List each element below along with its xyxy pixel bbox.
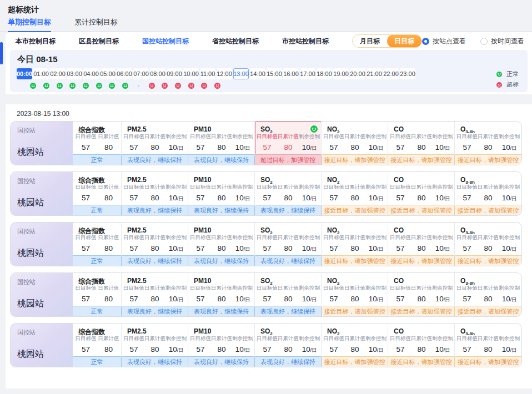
metric-cell-header: 剩余控制 [499, 234, 520, 241]
hour-status-cell [211, 82, 224, 89]
status-bar: 表现良好，继续保持 [122, 154, 188, 165]
time-slot[interactable]: 06:00 [117, 68, 132, 79]
metric-cell-value: 10/日 [232, 295, 253, 304]
metric-cell-header: 日累计值 [144, 234, 165, 241]
metric-cell-header: 剩余控制 [365, 184, 387, 191]
metric-cell-header: 日累计值 [411, 133, 432, 140]
metric-name: 综合指数 [73, 172, 122, 184]
metric-cell-header: 剩余控制 [232, 184, 253, 191]
normal-smiley-icon [30, 83, 36, 89]
metric-cell-value: 57 [390, 244, 411, 252]
exceed-sad-icon [149, 83, 155, 89]
time-slot[interactable]: 16:00 [283, 68, 299, 79]
nav-item-2[interactable]: 国控站控制目标 [142, 37, 189, 46]
metric-cell-value: 57 [74, 345, 97, 353]
metric-cell-header: 日目标值 [323, 234, 344, 241]
station-type-label: 国控站 [17, 177, 73, 185]
metric-cell: 日目标值57 [456, 234, 478, 253]
view-radio-0[interactable]: 按站点查看 [422, 37, 466, 46]
metric-cell-header: 日目标值 [190, 133, 211, 140]
time-slot[interactable]: 13:00 [233, 68, 249, 79]
time-slot[interactable]: 12:00 [217, 68, 232, 79]
time-slot[interactable]: 00:00 [17, 68, 32, 79]
metric-cell-value: 80 [344, 295, 365, 303]
tab-1[interactable]: 累计控制目标 [74, 17, 118, 32]
period-toggle[interactable]: 月目标日目标 [352, 34, 422, 48]
time-slot[interactable]: 21:00 [367, 68, 382, 79]
metric-cell-value: 57 [456, 345, 478, 353]
time-slot[interactable]: 22:00 [383, 68, 399, 79]
metric-cell-value: 80 [478, 194, 499, 202]
time-slot[interactable]: 02:00 [50, 68, 66, 79]
toggle-option-1[interactable]: 日目标 [387, 34, 421, 48]
metric-name: O3-8h [455, 223, 521, 234]
status-bar: 接近目标，请加强管控 [455, 356, 521, 367]
metric-cell: 日累计值80 [411, 335, 432, 354]
metric-cell-header: 剩余控制 [365, 133, 387, 140]
metric-cell-value: 10/日 [499, 194, 520, 203]
time-slot[interactable]: 05:00 [100, 68, 116, 79]
time-slot[interactable]: 08:00 [150, 68, 165, 79]
exceed-sad-icon [496, 82, 502, 88]
metric-cell-value: 57 [456, 295, 478, 303]
metric-cell: 剩余控制10/日 [432, 133, 453, 152]
metric-cell-header: 日累计值 [411, 285, 432, 292]
time-slot[interactable]: 09:00 [167, 68, 182, 79]
metric-cell-value: 80 [344, 194, 365, 202]
metric-cell-header: 日目标值 [74, 285, 97, 292]
metric-cell-value: 10/日 [432, 244, 453, 253]
metric-cell-header: 日目标值 [190, 234, 211, 241]
time-slot[interactable]: 20:00 [350, 68, 365, 79]
metric-cell-value: 57 [123, 143, 144, 151]
hour-status-cell [79, 82, 93, 89]
time-slot[interactable]: 01:00 [33, 68, 49, 79]
metric-cell: 日目标值57 [257, 285, 278, 304]
toggle-option-0[interactable]: 月目标 [353, 34, 387, 48]
hour-status-cell [53, 82, 66, 89]
metric-cell-value: 10/日 [365, 143, 387, 152]
metric-name: PM2.5 [122, 172, 188, 184]
metric-cell: 日目标值57 [257, 234, 278, 253]
nav-item-1[interactable]: 区县控制目标 [79, 37, 119, 46]
metric-so: SO2日目标值57日累计值80剩余控制10/日表现良好，继续保持 [255, 273, 322, 316]
metric-cell-value: 57 [74, 244, 97, 252]
metric-cell-value: 80 [478, 244, 499, 252]
metric-cell: 日累计值80 [344, 285, 365, 304]
view-radio-1[interactable]: 按时间查看 [480, 37, 524, 46]
metric-cell-value: 80 [278, 143, 299, 151]
scope-nav-row: 本市控制目标区县控制目标国控站控制目标省控站控制目标市控站控制目标 月目标日目标… [6, 32, 532, 50]
left-scrollbar-thumb[interactable] [0, 42, 3, 64]
metric-name: O3-8h [455, 172, 521, 184]
time-slot[interactable]: 03:00 [67, 68, 82, 79]
time-slot[interactable]: 17:00 [300, 68, 315, 79]
normal-smiley-icon [96, 83, 102, 89]
time-slot[interactable]: 18:00 [317, 68, 332, 79]
metric-grid: 日目标值57日累计值80剩余控制10/日 [322, 184, 388, 203]
metric-columns: 综合指数日目标值57日累计值80正常PM2.5日目标值57日累计值80剩余控制1… [73, 122, 521, 165]
metric-cell: 日目标值57 [323, 335, 344, 354]
time-slot[interactable]: 14:00 [250, 68, 265, 79]
metric-cell-value: 57 [323, 345, 344, 353]
time-slot[interactable]: 11:00 [200, 68, 215, 79]
metric-grid: 日目标值57日累计值80剩余控制10/日 [322, 133, 388, 152]
time-slot[interactable]: 19:00 [333, 68, 349, 79]
metric-grid: 日目标值57日累计值80剩余控制10/日 [255, 335, 322, 354]
nav-item-0[interactable]: 本市控制目标 [16, 37, 56, 46]
metric-cell-header: 日目标值 [257, 234, 278, 241]
tab-0[interactable]: 单期控制目标 [8, 17, 51, 32]
time-slot[interactable]: 04:00 [83, 68, 99, 79]
nav-item-3[interactable]: 省控站控制目标 [212, 37, 259, 46]
status-bar: 表现良好，继续保持 [188, 306, 255, 316]
metric-grid: 日目标值57日累计值80剩余控制10/日 [188, 234, 255, 253]
metric-cell: 日目标值57 [190, 285, 211, 304]
time-slot[interactable]: 15:00 [267, 68, 282, 79]
nav-item-4[interactable]: 市控站控制目标 [282, 37, 329, 46]
status-legend: 正常超标 [496, 70, 519, 89]
time-slot[interactable]: 10:00 [183, 68, 199, 79]
metric-cell-header: 日累计值 [97, 133, 120, 140]
metric-name-label: CO [394, 226, 404, 234]
time-slot[interactable]: 07:00 [133, 68, 149, 79]
metric-cell-header: 日目标值 [257, 335, 278, 342]
time-slot[interactable]: 23:00 [400, 68, 415, 79]
metric-name-label: PM10 [194, 176, 211, 184]
